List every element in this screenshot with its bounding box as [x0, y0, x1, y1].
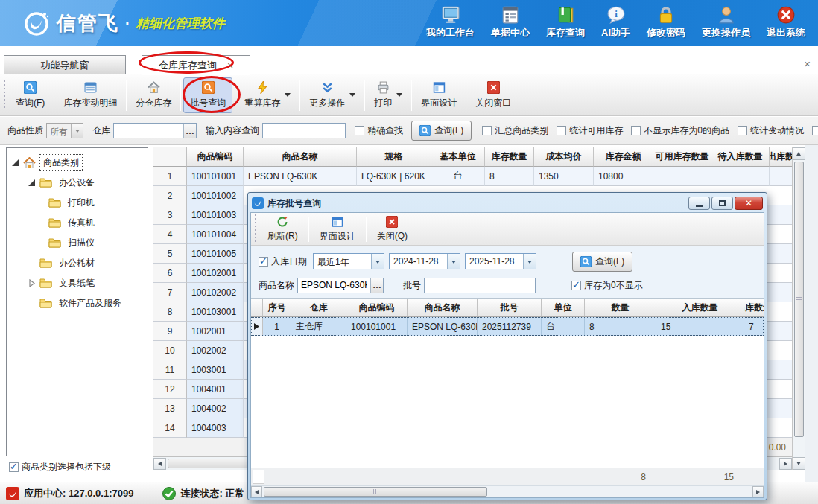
clipped-checkbox-wrap[interactable]: [812, 126, 818, 135]
tree-item-printer[interactable]: 打印机: [7, 193, 148, 213]
dialog-query-button[interactable]: 查询(F): [572, 252, 632, 272]
product-name-input[interactable]: [298, 278, 370, 293]
ui-design-button[interactable]: 界面设计: [414, 77, 463, 113]
dropdown-arrow-icon[interactable]: [447, 254, 460, 269]
header-spec[interactable]: 规格: [357, 147, 431, 167]
tab-warehouse-inventory-query[interactable]: 仓库库存查询 ×: [142, 55, 250, 75]
nav-change-password[interactable]: 修改密码: [638, 4, 694, 41]
ellipsis-picker-icon[interactable]: …: [370, 278, 383, 293]
nav-inventory-query[interactable]: 库存查询: [538, 4, 593, 41]
tree-item-fax[interactable]: 传真机: [7, 213, 148, 233]
nav-switch-operator[interactable]: 更换操作员: [694, 4, 758, 41]
dialog-close-button[interactable]: ✕: [735, 197, 763, 210]
more-actions-button[interactable]: 更多操作: [302, 77, 362, 113]
maximize-button[interactable]: [711, 197, 733, 210]
scrollbar-thumb[interactable]: [264, 487, 487, 497]
header-avg-cost[interactable]: 成本均价: [534, 147, 594, 167]
refresh-button[interactable]: 刷新(R): [260, 214, 305, 245]
dialog-ui-design-button[interactable]: 界面设计: [312, 214, 363, 245]
count-movement-checkbox[interactable]: [738, 126, 747, 135]
header-stock-amount[interactable]: 库存金额: [594, 147, 653, 167]
hide-zero-stock-checkbox[interactable]: [631, 126, 641, 135]
summarize-category-checkbox[interactable]: [482, 126, 492, 135]
date-range-select[interactable]: 最近1年: [313, 253, 384, 269]
product-nature-select[interactable]: 所有: [46, 123, 83, 138]
warehouse-input[interactable]: [114, 124, 183, 138]
tree-collapsed-icon[interactable]: [28, 279, 36, 287]
dialog-table-row-selected[interactable]: 1 主仓库 100101001 EPSON LQ-630K 2025112739…: [251, 317, 764, 336]
ellipsis-picker-icon[interactable]: …: [183, 124, 196, 138]
header-pending-out-qty[interactable]: 待出库数量: [770, 147, 792, 167]
content-query-input[interactable]: [263, 124, 345, 138]
warehouse-stock-button[interactable]: 分仓库存: [129, 77, 178, 113]
stock-movement-detail-button[interactable]: 库存变动明细: [57, 77, 124, 113]
print-button[interactable]: 打印: [367, 77, 409, 113]
exact-search-checkbox[interactable]: [355, 126, 364, 135]
vertical-scrollbar[interactable]: [792, 147, 805, 470]
header-warehouse[interactable]: 仓库: [291, 299, 346, 317]
filter-query-button[interactable]: 查询(F): [411, 121, 472, 141]
scroll-left-icon[interactable]: [153, 458, 166, 470]
tree-expanded-icon[interactable]: [11, 159, 19, 167]
hide-zero-checkbox[interactable]: [571, 281, 581, 290]
header-stock-qty[interactable]: 库存数量: [485, 147, 534, 167]
header-base-unit[interactable]: 基本单位: [431, 147, 485, 167]
dialog-title-bar[interactable]: 库存批号查询 ✕: [250, 194, 764, 212]
tree-expanded-icon[interactable]: [28, 179, 36, 187]
scroll-up-icon[interactable]: [793, 147, 805, 160]
include-sublevel-checkbox[interactable]: [9, 462, 19, 472]
clipped-checkbox[interactable]: [812, 126, 818, 135]
hide-zero-stock-checkbox-wrap[interactable]: 不显示库存为0的商品: [631, 124, 729, 137]
header-product-name[interactable]: 商品名称: [408, 299, 478, 317]
table-row[interactable]: 1 100101001 EPSON LQ-630K LQ-630K | 620K…: [153, 167, 792, 186]
tree-item-scanner[interactable]: 扫描仪: [7, 233, 148, 253]
header-product-code[interactable]: 商品编码: [346, 299, 408, 317]
summarize-category-checkbox-wrap[interactable]: 汇总商品类别: [482, 124, 548, 137]
dropdown-arrow-icon[interactable]: [371, 254, 384, 269]
minimize-button[interactable]: [688, 197, 710, 210]
header-batch[interactable]: 批号: [478, 299, 542, 317]
date-from-select[interactable]: 2024-11-28: [389, 253, 460, 269]
inbound-date-checkbox[interactable]: [259, 257, 268, 267]
exact-search-checkbox-wrap[interactable]: 精确查找: [355, 124, 403, 137]
header-out-qty[interactable]: 出库数量: [744, 299, 764, 317]
header-unit[interactable]: 单位: [542, 299, 585, 317]
dropdown-arrow-icon[interactable]: [71, 124, 83, 138]
header-in-qty[interactable]: 入库数量: [656, 299, 744, 317]
header-rownum[interactable]: [153, 147, 187, 167]
tree-item-software-services[interactable]: 软件产品及服务: [7, 293, 148, 313]
dropdown-arrow-icon[interactable]: [523, 254, 536, 269]
tab-function-navigator[interactable]: 功能导航窗: [4, 55, 126, 74]
header-product-code[interactable]: 商品编码: [187, 147, 244, 167]
recalculate-stock-button[interactable]: 重算库存: [238, 77, 297, 113]
date-to-select[interactable]: 2025-11-28: [465, 253, 536, 269]
nav-ai-assistant[interactable]: i AI助手: [593, 4, 638, 41]
scroll-right-icon[interactable]: [779, 458, 792, 470]
dialog-close-toolbar-button[interactable]: 关闭(Q): [370, 214, 415, 245]
nav-my-workbench[interactable]: 我的工作台: [418, 4, 483, 41]
count-available-checkbox[interactable]: [557, 126, 566, 135]
panel-close-icon[interactable]: ×: [804, 58, 811, 69]
header-qty[interactable]: 数量: [585, 299, 656, 317]
include-sublevel-checkbox-wrap[interactable]: 商品类别选择包括下级: [9, 461, 111, 473]
tree-item-stationery[interactable]: 文具纸笔: [7, 273, 148, 293]
scroll-left-icon[interactable]: [251, 486, 262, 497]
header-seq[interactable]: 序号: [263, 299, 291, 317]
dialog-horizontal-scrollbar[interactable]: [251, 485, 764, 497]
nav-exit-system[interactable]: 退出系统: [758, 4, 814, 41]
scroll-down-icon[interactable]: [793, 457, 805, 470]
header-available-qty[interactable]: 可用库存数量: [653, 147, 711, 167]
tree-item-office-equipment[interactable]: 办公设备: [7, 173, 148, 193]
query-button[interactable]: 查询(F): [9, 77, 51, 113]
scrollbar-thumb[interactable]: [794, 162, 804, 437]
count-movement-checkbox-wrap[interactable]: 统计变动情况: [738, 124, 804, 137]
batch-number-query-button[interactable]: 批号查询: [183, 77, 232, 113]
header-pending-in-qty[interactable]: 待入库数量: [711, 147, 770, 167]
tree-item-office-supplies[interactable]: 办公耗材: [7, 253, 148, 273]
close-window-button[interactable]: 关闭窗口: [469, 77, 518, 113]
header-product-name[interactable]: 商品名称: [244, 147, 357, 167]
tab-close-icon[interactable]: ×: [227, 60, 233, 71]
batch-input[interactable]: [425, 278, 535, 293]
count-available-checkbox-wrap[interactable]: 统计可用库存: [557, 124, 623, 137]
scroll-right-icon[interactable]: [752, 486, 764, 497]
